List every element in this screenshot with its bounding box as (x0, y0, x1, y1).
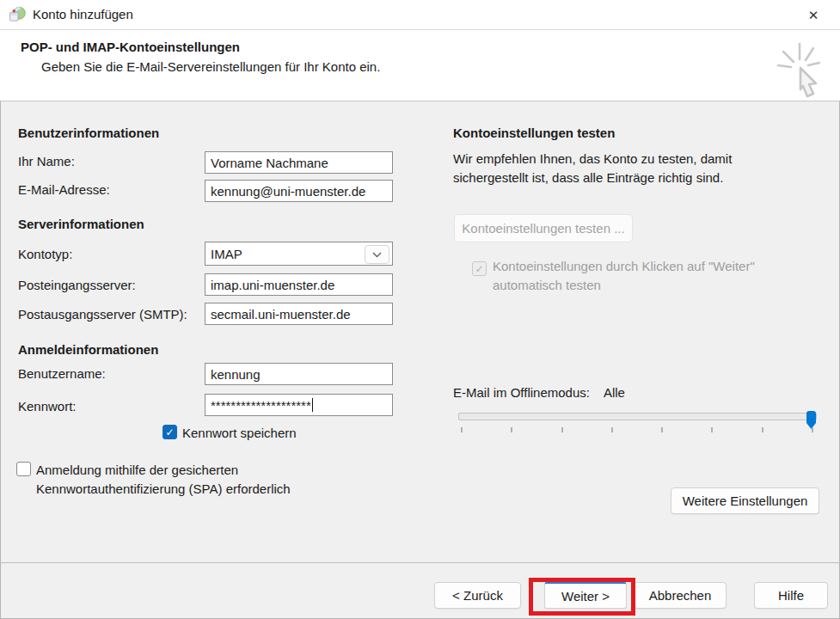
page-title: POP- und IMAP-Kontoeinstellungen (21, 40, 240, 54)
section-server-info: Serverinformationen (18, 217, 144, 231)
chevron-down-icon[interactable] (365, 245, 389, 264)
password-input[interactable]: ******************** (205, 394, 393, 416)
test-description-line1: Wir empfehlen Ihnen, das Konto zu testen… (453, 151, 732, 166)
password-masked-value: ******************** (211, 398, 311, 413)
next-button[interactable]: Weiter > (544, 582, 627, 609)
close-icon[interactable]: ✕ (800, 4, 826, 27)
offline-mail-row: E-Mail im Offlinemodus: Alle (453, 385, 625, 400)
account-type-dropdown[interactable]: IMAP (205, 242, 393, 266)
incoming-server-label: Posteingangsserver: (18, 278, 136, 292)
slider-tick (812, 427, 813, 432)
slider-tick (561, 427, 563, 432)
cancel-button[interactable]: Abbrechen (634, 582, 727, 609)
section-logon-info: Anmeldeinformationen (18, 342, 158, 357)
auto-test-label-line2: automatisch testen (493, 278, 601, 292)
offline-mail-value: Alle (604, 385, 625, 400)
account-type-label: Kontotyp: (18, 247, 72, 261)
remember-password-checkbox[interactable]: ✓ (162, 425, 177, 439)
cursor-click-icon (776, 41, 831, 101)
add-account-dialog: Konto hinzufügen ✕ POP- und IMAP-Kontoei… (0, 0, 840, 619)
name-label: Ihr Name: (18, 154, 75, 169)
page-subtitle: Geben Sie die E-Mail-Servereinstellungen… (41, 59, 380, 74)
text-caret (312, 398, 313, 412)
outgoing-server-label: Postausgangsserver (SMTP): (18, 307, 187, 322)
slider-tick (511, 427, 512, 432)
help-button[interactable]: Hilfe (754, 582, 828, 609)
check-icon: ✓ (165, 427, 174, 438)
username-label: Benutzername: (18, 366, 106, 381)
back-button[interactable]: < Zurück (434, 582, 521, 609)
spa-label-line2: Kennwortauthentifizierung (SPA) erforder… (36, 481, 291, 496)
auto-test-checkbox: ✓ (472, 261, 487, 276)
section-test-settings: Kontoeinstellungen testen (453, 126, 615, 140)
password-label: Kennwort: (18, 399, 77, 414)
spa-checkbox[interactable] (16, 462, 31, 476)
mail-account-icon (9, 6, 26, 23)
slider-tick (461, 427, 463, 432)
section-user-info: Benutzerinformationen (18, 126, 159, 140)
auto-test-label-line1: Kontoeinstellungen durch Klicken auf "We… (493, 259, 755, 273)
slider-tick (762, 427, 763, 432)
offline-mail-slider-track[interactable] (458, 413, 817, 420)
slider-tick (711, 427, 713, 432)
title-bar: Konto hinzufügen ✕ (0, 0, 840, 30)
incoming-server-input[interactable] (205, 273, 393, 296)
window-title: Konto hinzufügen (33, 0, 133, 29)
name-input[interactable] (205, 151, 393, 174)
spa-label-line1: Anmeldung mithilfe der gesicherten (36, 463, 238, 477)
account-type-value: IMAP (211, 247, 242, 261)
test-description-line2: sichergestellt ist, dass alle Einträge r… (453, 170, 723, 185)
slider-tick (611, 427, 613, 432)
slider-tick (661, 427, 663, 432)
slider-ticks (461, 427, 813, 433)
outgoing-server-input[interactable] (205, 303, 393, 325)
remember-password-label: Kennwort speichern (182, 426, 297, 440)
username-input[interactable] (205, 363, 393, 385)
check-icon: ✓ (475, 264, 483, 274)
email-input[interactable] (205, 180, 393, 202)
offline-mail-label: E-Mail im Offlinemodus: (453, 385, 590, 400)
more-settings-button[interactable]: Weitere Einstellungen (671, 487, 819, 514)
email-label: E-Mail-Adresse: (18, 182, 110, 197)
test-account-settings-button: Kontoeinstellungen testen ... (454, 214, 633, 242)
footer-divider (0, 562, 840, 563)
dialog-header: POP- und IMAP-Kontoeinstellungen Geben S… (0, 30, 840, 101)
